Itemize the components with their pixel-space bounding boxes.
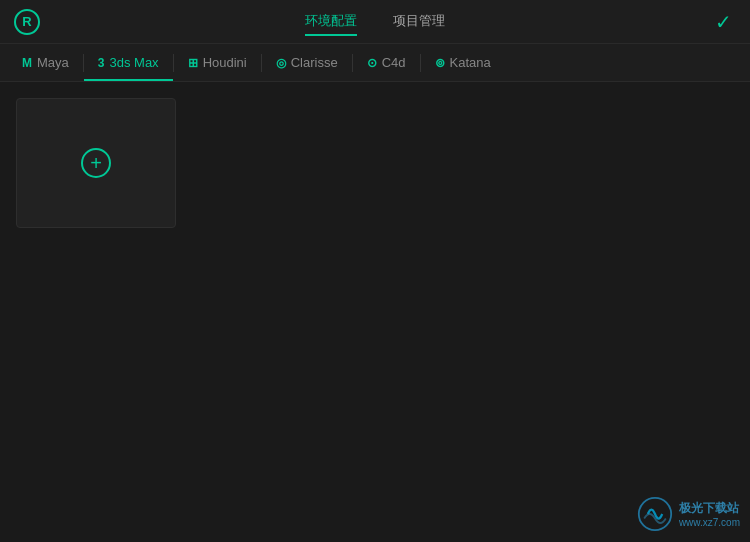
- app-logo[interactable]: R: [14, 9, 40, 35]
- tab-maya[interactable]: M Maya: [8, 44, 83, 81]
- add-card-button[interactable]: +: [16, 98, 176, 228]
- nav-env-config[interactable]: 环境配置: [305, 8, 357, 36]
- tab-c4d[interactable]: ⊙ C4d: [353, 44, 420, 81]
- main-content: +: [0, 82, 750, 542]
- tab-3dsmax[interactable]: 3 3ds Max: [84, 44, 173, 81]
- maya-icon: M: [22, 56, 32, 70]
- watermark-site-url: www.xz7.com: [679, 517, 740, 528]
- header: R 环境配置 项目管理 ✓: [0, 0, 750, 44]
- nav-project-mgmt[interactable]: 项目管理: [393, 8, 445, 36]
- confirm-button[interactable]: ✓: [715, 10, 732, 34]
- tab-c4d-label: C4d: [382, 55, 406, 70]
- houdini-icon: ⊞: [188, 56, 198, 70]
- watermark-text: 极光下载站 www.xz7.com: [679, 500, 740, 528]
- katana-icon: ⊚: [435, 56, 445, 70]
- tab-bar: M Maya 3 3ds Max ⊞ Houdini ◎ Clarisse ⊙ …: [0, 44, 750, 82]
- header-nav: 环境配置 项目管理: [305, 8, 445, 36]
- watermark-logo-icon: [637, 496, 673, 532]
- 3dsmax-icon: 3: [98, 56, 105, 70]
- tab-clarisse[interactable]: ◎ Clarisse: [262, 44, 352, 81]
- c4d-icon: ⊙: [367, 56, 377, 70]
- tab-katana[interactable]: ⊚ Katana: [421, 44, 505, 81]
- logo-text: R: [22, 14, 31, 29]
- tab-3dsmax-label: 3ds Max: [109, 55, 158, 70]
- watermark-site-name: 极光下载站: [679, 500, 740, 517]
- tab-houdini[interactable]: ⊞ Houdini: [174, 44, 261, 81]
- tab-maya-label: Maya: [37, 55, 69, 70]
- add-icon: +: [81, 148, 111, 178]
- watermark: 极光下载站 www.xz7.com: [637, 496, 740, 532]
- tab-houdini-label: Houdini: [203, 55, 247, 70]
- tab-katana-label: Katana: [450, 55, 491, 70]
- clarisse-icon: ◎: [276, 56, 286, 70]
- tab-clarisse-label: Clarisse: [291, 55, 338, 70]
